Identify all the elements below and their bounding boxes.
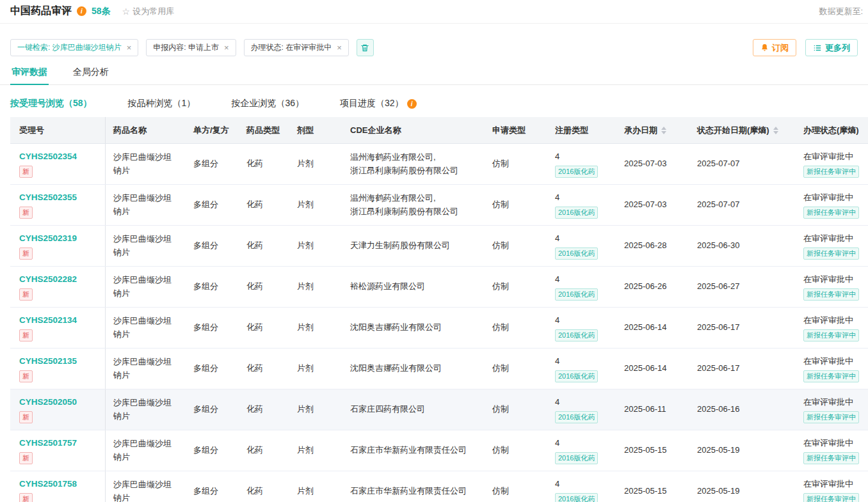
clear-filters-button[interactable] <box>357 39 374 56</box>
info-icon[interactable]: i <box>407 99 417 109</box>
sort-asc-icon <box>661 127 666 130</box>
acceptance-number-link[interactable]: CYHS2502134 <box>19 314 77 327</box>
table-row[interactable]: CYHS2502135新沙库巴曲缬沙坦钠片多组分化药片剂沈阳奥吉娜药业有限公司仿… <box>10 349 868 389</box>
column-header-label: 单方/复方 <box>193 125 229 136</box>
dosage-form-cell: 片剂 <box>289 471 342 502</box>
company-cell: 石家庄市华新药业有限责任公司 <box>342 430 485 471</box>
view-tab[interactable]: 按受理号浏览（58） <box>10 98 92 109</box>
drug-name-cell: 沙库巴曲缬沙坦钠片 <box>106 308 186 348</box>
acceptance-number-link[interactable]: CYHS2502355 <box>19 191 77 205</box>
drug-type-cell: 化药 <box>239 267 289 307</box>
company-cell: 温州海鹤药业有限公司,浙江昂利康制药股份有限公司 <box>342 144 485 184</box>
trash-icon <box>360 43 369 52</box>
apply-type-cell: 仿制 <box>485 267 547 307</box>
table-row[interactable]: CYHS2502282新沙库巴曲缬沙坦钠片多组分化药片剂裕松源药业有限公司仿制4… <box>10 267 868 308</box>
data-updated-label: 数据更新至: <box>819 6 863 17</box>
reg-type-cell: 42016版化药 <box>547 349 616 389</box>
tab-global-analysis[interactable]: 全局分析 <box>72 63 110 84</box>
status-text: 在审评审批中 <box>803 232 853 245</box>
new-badge: 新 <box>19 207 33 219</box>
view-tab[interactable]: 按企业浏览（36） <box>231 98 304 109</box>
sort-icon[interactable] <box>773 127 778 134</box>
apply-type-cell: 仿制 <box>485 349 547 389</box>
table-body: CYHS2502354新沙库巴曲缬沙坦钠片多组分化药片剂温州海鹤药业有限公司,浙… <box>10 144 868 502</box>
column-header-label: CDE企业名称 <box>350 125 401 136</box>
acceptance-number-link[interactable]: CYHS2502282 <box>19 273 77 286</box>
status-text: 在审评审批中 <box>803 150 853 163</box>
reg-type-cell: 42016版化药 <box>547 144 616 184</box>
table-row[interactable]: CYHS2502134新沙库巴曲缬沙坦钠片多组分化药片剂沈阳奥吉娜药业有限公司仿… <box>10 308 868 349</box>
column-header: 剂型 <box>289 117 342 143</box>
dosage-form-cell: 片剂 <box>289 349 342 389</box>
filter-chip[interactable]: 一键检索: 沙库巴曲缬沙坦钠片× <box>10 39 138 56</box>
compound-type-cell: 多组分 <box>186 389 239 430</box>
set-favorite-button[interactable]: ☆ 设为常用库 <box>122 6 175 17</box>
column-header[interactable]: 承办日期 <box>616 117 689 143</box>
accept-date-cell: 2025-05-15 <box>616 430 689 471</box>
status-cell: 在审评审批中新报任务审评中 <box>796 226 868 266</box>
more-columns-label: 更多列 <box>825 42 850 54</box>
reg-type-value: 4 <box>555 191 559 204</box>
table-row[interactable]: CYHS2502354新沙库巴曲缬沙坦钠片多组分化药片剂温州海鹤药业有限公司,浙… <box>10 144 868 185</box>
table-row[interactable]: CYHS2502355新沙库巴曲缬沙坦钠片多组分化药片剂温州海鹤药业有限公司,浙… <box>10 185 868 226</box>
status-date-cell: 2025-06-16 <box>689 389 796 430</box>
close-icon[interactable]: × <box>337 43 342 52</box>
acceptance-number-link[interactable]: CYHS2501758 <box>19 478 77 491</box>
column-header: 药品名称 <box>106 117 186 143</box>
info-icon[interactable]: i <box>77 6 86 16</box>
column-header: 药品类型 <box>239 117 289 143</box>
view-tab-label: 按品种浏览（1） <box>128 98 196 109</box>
company-name: 石家庄市华新药业有限责任公司 <box>350 444 467 457</box>
acceptance-number-link[interactable]: CYHS2502050 <box>19 396 77 409</box>
drug-type-cell: 化药 <box>239 226 289 266</box>
status-text: 在审评审批中 <box>803 478 853 490</box>
acceptance-number-link[interactable]: CYHS2501757 <box>19 437 77 450</box>
acceptance-number-link[interactable]: CYHS2502319 <box>19 232 77 246</box>
reg-type-cell: 42016版化药 <box>547 430 616 471</box>
acceptance-number-cell: CYHS2502355新 <box>10 185 106 225</box>
view-tab-label: 按企业浏览（36） <box>231 98 304 109</box>
star-icon: ☆ <box>122 6 131 17</box>
reg-type-cell: 42016版化药 <box>547 267 616 307</box>
compound-type-cell: 多组分 <box>186 430 239 471</box>
accept-date-cell: 2025-06-14 <box>616 349 689 389</box>
company-name: 温州海鹤药业有限公司, <box>350 192 436 205</box>
status-text: 在审评审批中 <box>803 191 853 204</box>
filter-chip[interactable]: 申报内容: 申请上市× <box>146 39 236 56</box>
table-row[interactable]: CYHS2502050新沙库巴曲缬沙坦钠片多组分化药片剂石家庄四药有限公司仿制4… <box>10 389 868 430</box>
acceptance-number-cell: CYHS2501758新 <box>10 471 106 502</box>
filter-chip-label: 一键检索: 沙库巴曲缬沙坦钠片 <box>17 42 122 53</box>
table-row[interactable]: CYHS2501758新沙库巴曲缬沙坦钠片多组分化药片剂石家庄市华新药业有限责任… <box>10 471 868 502</box>
filter-chip[interactable]: 办理状态: 在审评审批中× <box>244 39 349 56</box>
new-badge: 新 <box>19 166 33 178</box>
topbar: 中国药品审评 i 58条 ☆ 设为常用库 数据更新至: <box>0 0 868 24</box>
status-badge: 新报任务审评中 <box>803 329 859 341</box>
acceptance-number-link[interactable]: CYHS2502135 <box>19 355 77 368</box>
column-header[interactable]: 状态开始日期(摩熵) <box>689 117 796 143</box>
accept-date-cell: 2025-05-15 <box>616 471 689 502</box>
more-columns-button[interactable]: 更多列 <box>805 39 858 56</box>
acceptance-number-link[interactable]: CYHS2502354 <box>19 150 77 164</box>
close-icon[interactable]: × <box>224 43 229 52</box>
acceptance-number-cell: CYHS2502282新 <box>10 267 106 307</box>
accept-date-cell: 2025-06-14 <box>616 308 689 348</box>
status-date-cell: 2025-06-27 <box>689 267 796 307</box>
subscribe-button[interactable]: 订阅 <box>753 39 796 56</box>
status-text: 在审评审批中 <box>803 273 853 286</box>
reg-type-value: 4 <box>555 396 559 409</box>
table-row[interactable]: CYHS2502319新沙库巴曲缬沙坦钠片多组分化药片剂天津力生制药股份有限公司… <box>10 226 868 267</box>
status-text: 在审评审批中 <box>803 355 853 368</box>
drug-name-cell: 沙库巴曲缬沙坦钠片 <box>106 144 186 184</box>
column-header-label: 办理状态(摩熵) <box>803 125 859 136</box>
reg-type-cell: 42016版化药 <box>547 471 616 502</box>
compound-type-cell: 多组分 <box>186 471 239 502</box>
close-icon[interactable]: × <box>127 43 132 52</box>
view-tab[interactable]: 按品种浏览（1） <box>128 98 196 109</box>
apply-type-cell: 仿制 <box>485 185 547 225</box>
view-tab[interactable]: 项目进度（32）i <box>340 98 417 109</box>
table-header: 受理号药品名称单方/复方药品类型剂型CDE企业名称申请类型注册类型承办日期状态开… <box>10 117 868 144</box>
company-name: 温州海鹤药业有限公司, <box>350 151 436 164</box>
tab-review-data[interactable]: 审评数据 <box>10 63 49 85</box>
table-row[interactable]: CYHS2501757新沙库巴曲缬沙坦钠片多组分化药片剂石家庄市华新药业有限责任… <box>10 430 868 471</box>
sort-icon[interactable] <box>661 127 666 134</box>
